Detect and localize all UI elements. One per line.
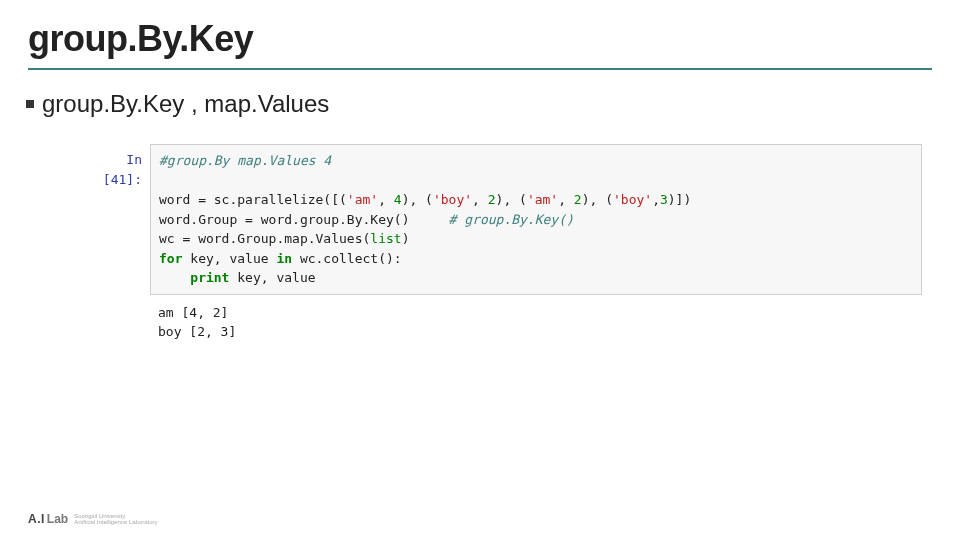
footer-sub: Soongsil University Artificial Intellige…: [74, 513, 157, 525]
footer-ai: A.I: [28, 512, 45, 526]
code-str: 'boy': [613, 192, 652, 207]
code-num: 2: [574, 192, 582, 207]
code-text: ), (: [496, 192, 527, 207]
code-text: word.Group = word.group.By.Key(): [159, 212, 449, 227]
code-text: key, value: [229, 270, 315, 285]
page-title: group.By.Key: [28, 18, 932, 60]
code-keyword: print: [190, 270, 229, 285]
code-builtin: list: [370, 231, 401, 246]
code-text: wc = word.Group.map.Values(: [159, 231, 370, 246]
code-cell: In [41]: #group.By map.Values 4 word = s…: [88, 144, 922, 295]
footer-lab: Lab: [47, 512, 68, 526]
code-num: 2: [488, 192, 496, 207]
cell-prompt: In [41]:: [88, 144, 150, 295]
code-str: 'am': [527, 192, 558, 207]
output-area: am [4, 2] boy [2, 3]: [150, 301, 922, 348]
code-text: ): [402, 231, 410, 246]
code-comment: # group.By.Key(): [449, 212, 574, 227]
code-num: 3: [660, 192, 668, 207]
code-num: 4: [394, 192, 402, 207]
footer-sub-line2: Artificial Intelligence Laboratory: [74, 519, 157, 525]
code-text: ), (: [582, 192, 613, 207]
code-str: 'am': [347, 192, 378, 207]
code-comment: #group.By map.Values 4: [159, 153, 331, 168]
code-text: ), (: [402, 192, 433, 207]
code-text: key, value: [182, 251, 276, 266]
code-text: ,: [472, 192, 488, 207]
code-text: )]): [668, 192, 691, 207]
code-text: word = sc.parallelize([(: [159, 192, 347, 207]
code-text: [159, 270, 190, 285]
code-keyword: for: [159, 251, 182, 266]
code-text: ,: [652, 192, 660, 207]
code-text: wc.collect():: [292, 251, 402, 266]
title-underline: [28, 68, 932, 70]
code-area: #group.By map.Values 4 word = sc.paralle…: [150, 144, 922, 295]
footer-logo: A.I Lab Soongsil University Artificial I…: [28, 512, 158, 526]
bullet-text: group.By.Key , map.Values: [42, 92, 329, 116]
notebook: In [41]: #group.By map.Values 4 word = s…: [88, 144, 922, 348]
bullet-row: group.By.Key , map.Values: [26, 92, 932, 116]
code-str: 'boy': [433, 192, 472, 207]
code-text: ,: [558, 192, 574, 207]
bullet-marker: [26, 100, 34, 108]
output-cell: . am [4, 2] boy [2, 3]: [88, 301, 922, 348]
code-keyword: in: [276, 251, 292, 266]
code-text: ,: [378, 192, 394, 207]
slide-root: group.By.Key group.By.Key , map.Values I…: [0, 0, 960, 540]
